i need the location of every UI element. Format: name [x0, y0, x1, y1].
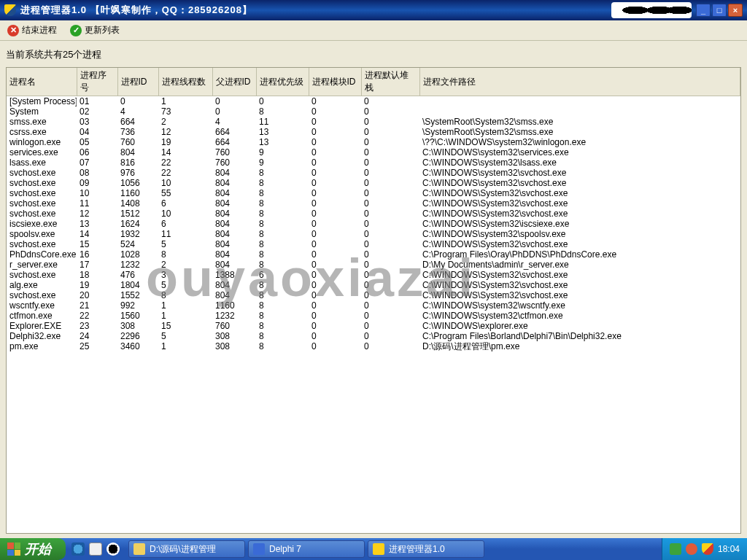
cell: 10	[158, 178, 212, 188]
cell: System	[7, 106, 77, 117]
table-row[interactable]: ctfmon.exe22156011232800C:\WINDOWS\syste…	[7, 311, 740, 321]
table-row[interactable]: svchost.exe1847631388600C:\WINDOWS\Syste…	[7, 270, 740, 280]
column-header[interactable]: 进程优先级	[256, 68, 309, 96]
cell: 804	[212, 219, 256, 229]
ie-icon[interactable]	[71, 542, 85, 556]
cell: 9	[256, 147, 309, 158]
refresh-button[interactable]: ✓ 更新列表	[67, 23, 123, 38]
minimize-button[interactable]: _	[696, 4, 711, 17]
process-table[interactable]: 进程名进程序号进程ID进程线程数父进程ID进程优先级进程模块ID进程默认堆栈进程…	[7, 68, 740, 351]
table-row[interactable]: svchost.exe2015528804800C:\WINDOWS\Syste…	[7, 290, 740, 300]
table-row[interactable]: Explorer.EXE2330815760800C:\WINDOWS\expl…	[7, 321, 740, 331]
cell: C:\WINDOWS\System32\svchost.exe	[419, 280, 740, 290]
cell: smss.exe	[7, 117, 77, 127]
cell: 09	[77, 178, 117, 188]
column-header[interactable]: 进程名	[7, 68, 77, 96]
column-header[interactable]: 进程默认堆栈	[361, 68, 419, 96]
cell: svchost.exe	[7, 239, 77, 249]
column-header[interactable]: 进程文件路径	[419, 68, 740, 96]
cell: 14	[77, 229, 117, 239]
cell: 0	[309, 311, 361, 321]
cell: 804	[212, 229, 256, 239]
cell: 5	[158, 331, 212, 341]
cell: 0	[309, 290, 361, 300]
stop-icon: ✕	[7, 25, 19, 36]
cell: 22	[158, 158, 212, 168]
table-row[interactable]: PhDdnsCore.exe1610288804800C:\Program Fi…	[7, 249, 740, 260]
table-row[interactable]: spoolsv.exe14193211804800C:\WINDOWS\syst…	[7, 229, 740, 239]
taskbar-task-button[interactable]: Delphi 7	[248, 540, 365, 558]
cell: services.exe	[7, 147, 77, 158]
cell: 0	[309, 137, 361, 147]
table-row[interactable]: System024730800	[7, 106, 740, 117]
table-row[interactable]: iscsiexe.exe1316246804800C:\WINDOWS\Syst…	[7, 219, 740, 229]
start-button[interactable]: 开始	[0, 538, 66, 560]
taskbar-task-button[interactable]: D:\源码\进程管理	[128, 540, 245, 558]
table-row[interactable]: alg.exe1918045804800C:\WINDOWS\System32\…	[7, 280, 740, 290]
table-row[interactable]: [System Process]01010000	[7, 96, 740, 107]
cell: 8	[256, 321, 309, 331]
desktop-icon[interactable]	[89, 542, 102, 556]
table-row[interactable]: lsass.exe0781622760900C:\WINDOWS\system3…	[7, 158, 740, 168]
cell: Explorer.EXE	[7, 321, 77, 331]
cell: C:\WINDOWS\system32\svchost.exe	[419, 168, 740, 178]
column-header[interactable]: 进程ID	[117, 68, 158, 96]
cell: 0	[309, 219, 361, 229]
cell: 0	[309, 209, 361, 219]
cell: 1932	[117, 229, 158, 239]
cell: 992	[117, 300, 158, 311]
cell: 0	[361, 96, 419, 107]
cell: \??\C:\WINDOWS\system32\winlogon.exe	[419, 137, 740, 147]
maximize-button[interactable]: □	[712, 4, 727, 17]
column-header[interactable]: 进程线程数	[158, 68, 212, 96]
table-row[interactable]: svchost.exe0897622804800C:\WINDOWS\syste…	[7, 168, 740, 178]
column-header[interactable]: 父进程ID	[212, 68, 256, 96]
quick-launch	[66, 538, 125, 560]
cell: 8	[256, 168, 309, 178]
table-row[interactable]: winlogon.exe05760196641300\??\C:\WINDOWS…	[7, 137, 740, 147]
table-row[interactable]: services.exe0680414760900C:\WINDOWS\syst…	[7, 147, 740, 158]
tray-shield-icon[interactable]	[702, 543, 713, 555]
cell: 1028	[117, 249, 158, 260]
cell: 1160	[117, 188, 158, 198]
table-row[interactable]: svchost.exe12151210804800C:\WINDOWS\Syst…	[7, 209, 740, 219]
cell: 0	[361, 260, 419, 270]
column-header[interactable]: 进程序号	[77, 68, 117, 96]
cell: 19	[77, 280, 117, 290]
system-tray[interactable]: 18:04	[662, 538, 747, 560]
cell: 8	[256, 219, 309, 229]
cell: 816	[117, 158, 158, 168]
table-row[interactable]: smss.exe03664241100\SystemRoot\System32\…	[7, 117, 740, 127]
cell: 4	[212, 117, 256, 127]
cell: pm.exe	[7, 341, 77, 351]
cell: \SystemRoot\System32\smss.exe	[419, 117, 740, 127]
cell: C:\WINDOWS\system32\ctfmon.exe	[419, 311, 740, 321]
cell: 8	[256, 239, 309, 249]
cell: wscntfy.exe	[7, 300, 77, 311]
cell: 0	[309, 158, 361, 168]
table-row[interactable]: svchost.exe1114086804800C:\WINDOWS\Syste…	[7, 198, 740, 209]
table-row[interactable]: svchost.exe09105610804800C:\WINDOWS\syst…	[7, 178, 740, 188]
cell: 8	[256, 229, 309, 239]
cell: 3	[158, 270, 212, 280]
table-row[interactable]: pm.exe2534601308800D:\源码\进程管理\pm.exe	[7, 341, 740, 351]
cell: 8	[256, 290, 309, 300]
cell: 0	[361, 198, 419, 209]
app-shield-icon	[4, 4, 16, 16]
table-row[interactable]: r_server.exe1712322804800D:\My Documents…	[7, 260, 740, 270]
table-row[interactable]: csrss.exe04736126641300\SystemRoot\Syste…	[7, 127, 740, 137]
table-row[interactable]: Delphi32.exe2422965308800C:\Program File…	[7, 331, 740, 341]
cell: 0	[361, 270, 419, 280]
close-button[interactable]: ×	[728, 4, 743, 17]
column-header[interactable]: 进程模块ID	[309, 68, 361, 96]
cell: 5	[158, 239, 212, 249]
table-row[interactable]: svchost.exe10116055804800C:\WINDOWS\Syst…	[7, 188, 740, 198]
table-row[interactable]: wscntfy.exe2199211160800C:\WINDOWS\syste…	[7, 300, 740, 311]
tray-icon-2[interactable]	[686, 543, 697, 555]
qq-icon[interactable]	[107, 542, 120, 556]
taskbar-task-button[interactable]: 进程管理器1.0	[368, 540, 484, 558]
end-process-button[interactable]: ✕ 结束进程	[4, 23, 60, 38]
tray-icon-1[interactable]	[670, 543, 681, 555]
table-row[interactable]: svchost.exe155245804800C:\WINDOWS\System…	[7, 239, 740, 249]
cell: C:\WINDOWS\system32\svchost.exe	[419, 178, 740, 188]
